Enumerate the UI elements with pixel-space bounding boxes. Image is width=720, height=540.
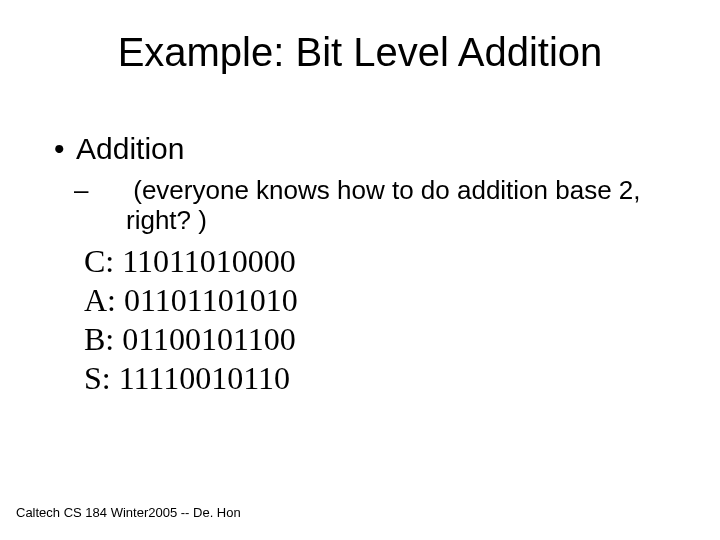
bullet-marker: –: [100, 176, 126, 206]
line-c: C: 11011010000: [84, 242, 666, 281]
bullet-text: (everyone knows how to do addition base …: [126, 175, 641, 235]
bullet-text: Addition: [76, 132, 184, 165]
slide: Example: Bit Level Addition •Addition – …: [0, 0, 720, 540]
bullet-addition: •Addition: [54, 132, 666, 166]
bullet-everyone-knows: – (everyone knows how to do addition bas…: [100, 176, 666, 236]
binary-block: C: 11011010000 A: 01101101010 B: 0110010…: [84, 242, 666, 398]
line-s: S: 11110010110: [84, 359, 666, 398]
slide-title: Example: Bit Level Addition: [0, 30, 720, 75]
line-b: B: 01100101100: [84, 320, 666, 359]
slide-footer: Caltech CS 184 Winter2005 -- De. Hon: [16, 505, 241, 520]
bullet-marker: •: [54, 132, 76, 166]
slide-body: •Addition – (everyone knows how to do ad…: [54, 132, 666, 398]
line-a: A: 01101101010: [84, 281, 666, 320]
